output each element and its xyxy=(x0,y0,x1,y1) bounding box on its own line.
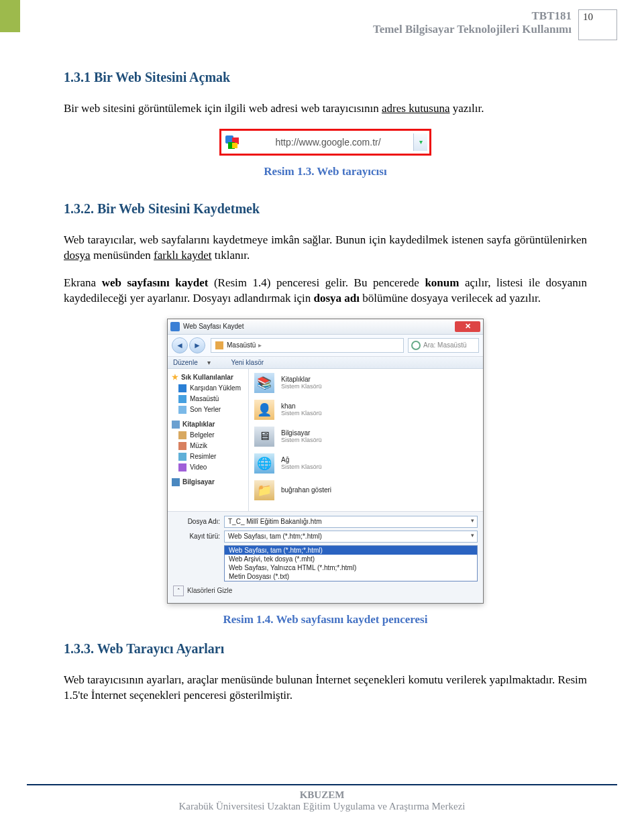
breadcrumb-label: Masaüstü xyxy=(227,341,256,349)
corner-tab xyxy=(0,0,20,32)
filename-field[interactable]: T_C_ Millî Eğitim Bakanlığı.htm xyxy=(224,516,478,528)
filetype-dropdown: Web Sayfası, tam (*.htm;*.html) Web Arşi… xyxy=(224,545,478,581)
text: yazılır. xyxy=(450,102,484,115)
text: Web tarayıcılar, web sayfalarını kaydetm… xyxy=(64,233,587,246)
folder-icon: 📁 xyxy=(254,480,274,500)
save-dialog: Web Sayfası Kaydet ✕ ◄ ► Masaüstü ▸ Ara:… xyxy=(167,319,484,604)
figure-caption: Resim 1.3. Web tarayıcısı xyxy=(64,165,587,178)
course-code: TBT181 xyxy=(373,9,572,23)
section-1-3-3-title: 1.3.3. Web Tarayıcı Ayarları xyxy=(64,641,587,657)
documents-icon xyxy=(178,431,186,439)
pictures-icon xyxy=(178,453,186,461)
dropdown-option[interactable]: Web Arşivi, tek dosya (*.mht) xyxy=(225,555,477,563)
text: menüsünden xyxy=(91,249,154,262)
sidebar-head-libraries[interactable]: Kitaplıklar xyxy=(168,419,248,430)
user-icon: 👤 xyxy=(254,400,274,420)
download-icon xyxy=(178,384,186,392)
page-icon xyxy=(170,322,180,331)
dialog-toolbar: Düzenle▾ Yeni klasör xyxy=(168,357,483,369)
search-placeholder: Ara: Masaüstü xyxy=(423,341,466,349)
address-input[interactable]: http://www.google.com.tr/ xyxy=(243,137,413,148)
recent-icon xyxy=(178,406,186,414)
library-icon xyxy=(172,421,180,429)
sidebar-item-pictures[interactable]: Resimler xyxy=(168,451,248,462)
file-item[interactable]: 📁buğrahan gösteri xyxy=(254,480,478,500)
filetype-field[interactable]: Web Sayfası, tam (*.htm;*.html) xyxy=(224,531,478,543)
file-item[interactable]: 👤khanSistem Klasörü xyxy=(254,400,478,420)
sidebar: ★Sık Kullanılanlar Karşıdan Yüklem Masaü… xyxy=(168,369,249,511)
computer-icon: 🖥 xyxy=(254,427,274,447)
underlined-term: adres kutusuna xyxy=(382,102,450,115)
folder-icon xyxy=(215,341,223,349)
forward-button[interactable]: ► xyxy=(189,337,205,353)
music-icon xyxy=(178,442,186,450)
network-icon: 🌐 xyxy=(254,453,274,474)
bold-term: konum xyxy=(425,276,459,289)
body-paragraph: Ekrana web sayfasını kaydet (Resim 1.4) … xyxy=(64,276,587,307)
dialog-nav: ◄ ► Masaüstü ▸ Ara: Masaüstü xyxy=(168,335,483,357)
dialog-title: Web Sayfası Kaydet xyxy=(183,323,244,330)
sidebar-head-computer[interactable]: Bilgisayar xyxy=(168,477,248,488)
body-paragraph: Web tarayıcılar, web sayfalarını kaydetm… xyxy=(64,233,587,264)
filename-label: Dosya Adı: xyxy=(173,518,224,525)
sidebar-item-desktop[interactable]: Masaüstü xyxy=(168,394,248,404)
dropdown-option[interactable]: Web Sayfası, tam (*.htm;*.html) xyxy=(225,546,477,555)
dialog-bottom: Dosya Adı: T_C_ Millî Eğitim Bakanlığı.h… xyxy=(168,511,483,603)
sidebar-head-favorites[interactable]: ★Sık Kullanılanlar xyxy=(168,372,248,383)
back-button[interactable]: ◄ xyxy=(172,337,188,353)
bold-term: dosya adı xyxy=(313,292,360,304)
menu-new-folder[interactable]: Yeni klasör xyxy=(231,359,264,366)
file-item[interactable]: 📚KitaplıklarSistem Klasörü xyxy=(254,373,478,393)
desktop-icon xyxy=(178,395,186,403)
close-button[interactable]: ✕ xyxy=(455,321,480,332)
sidebar-item-videos[interactable]: Video xyxy=(168,462,248,473)
search-icon xyxy=(411,341,421,350)
text: Bir web sitesini görüntülemek için ilgil… xyxy=(64,102,382,115)
body-paragraph: Bir web sitesini görüntülemek için ilgil… xyxy=(64,101,587,117)
page-header: TBT181 Temel Bilgisayar Teknolojileri Ku… xyxy=(27,0,617,40)
library-icon: 📚 xyxy=(254,373,274,393)
video-icon xyxy=(178,463,186,471)
menu-organize[interactable]: Düzenle xyxy=(173,359,198,366)
page-footer: KBUZEM Karabük Üniversitesi Uzaktan Eğit… xyxy=(27,784,617,820)
file-item[interactable]: 🖥BilgisayarSistem Klasörü xyxy=(254,427,478,447)
breadcrumb[interactable]: Masaüstü ▸ xyxy=(211,338,404,353)
bold-term: web sayfasını kaydet xyxy=(102,276,209,289)
footer-subtitle: Karabük Üniversitesi Uzaktan Eğitim Uygu… xyxy=(27,801,617,812)
section-1-3-1-title: 1.3.1 Bir Web Sitesini Açmak xyxy=(64,70,587,85)
computer-icon xyxy=(172,478,180,486)
sidebar-item-documents[interactable]: Belgeler xyxy=(168,430,248,441)
dropdown-option[interactable]: Web Sayfası, Yalnızca HTML (*.htm;*.html… xyxy=(225,563,477,572)
dialog-titlebar: Web Sayfası Kaydet ✕ xyxy=(168,319,483,335)
footer-title: KBUZEM xyxy=(27,789,617,801)
address-dropdown-icon[interactable]: ▾ xyxy=(413,133,427,151)
body-paragraph: Web tarayıcısının ayarları, araçlar menü… xyxy=(64,673,587,704)
hide-folders-toggle[interactable]: ˄ Klasörleri Gizle xyxy=(173,586,478,596)
search-input[interactable]: Ara: Masaüstü xyxy=(408,338,479,353)
page-content: TBT181 Temel Bilgisayar Teknolojileri Ku… xyxy=(0,0,644,820)
file-panel: 📚KitaplıklarSistem Klasörü 👤khanSistem K… xyxy=(249,369,483,511)
page-number: 10 xyxy=(578,9,617,40)
underlined-term: dosya xyxy=(64,249,91,262)
sidebar-item-music[interactable]: Müzik xyxy=(168,441,248,451)
course-title: Temel Bilgisayar Teknolojileri Kullanımı xyxy=(373,23,572,36)
figure-1-3: http://www.google.com.tr/ ▾ xyxy=(64,129,587,156)
figure-caption: Resim 1.4. Web sayfasını kaydet penceres… xyxy=(64,613,587,626)
sidebar-item-recent[interactable]: Son Yerler xyxy=(168,404,248,415)
dropdown-option[interactable]: Metin Dosyası (*.txt) xyxy=(225,572,477,581)
underlined-term: farklı kaydet xyxy=(154,249,211,262)
text: Ekrana xyxy=(64,276,102,289)
sidebar-item-downloads[interactable]: Karşıdan Yüklem xyxy=(168,383,248,394)
text: bölümüne dosyaya verilecek ad yazılır. xyxy=(360,292,541,304)
figure-1-4: Web Sayfası Kaydet ✕ ◄ ► Masaüstü ▸ Ara:… xyxy=(64,319,587,604)
file-item[interactable]: 🌐AğSistem Klasörü xyxy=(254,453,478,474)
section-1-3-2-title: 1.3.2. Bir Web Sitesini Kaydetmek xyxy=(64,201,587,217)
chevron-up-icon: ˄ xyxy=(173,586,184,596)
chevron-right-icon: ▸ xyxy=(258,341,262,349)
text: tıklanır. xyxy=(212,249,250,262)
text: (Resim 1.4) penceresi gelir. Bu pencered… xyxy=(208,276,425,289)
star-icon: ★ xyxy=(172,373,178,382)
filetype-label: Kayıt türü: xyxy=(173,533,224,540)
site-favicon-icon xyxy=(225,135,239,149)
address-bar[interactable]: http://www.google.com.tr/ ▾ xyxy=(219,129,431,156)
